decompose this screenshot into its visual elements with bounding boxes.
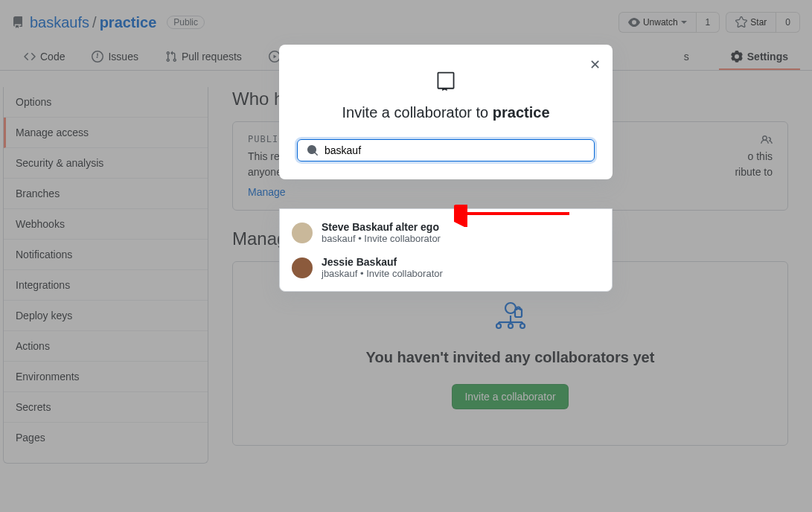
suggestion-detail: jbaskauf • Invite collaborator [322,268,443,279]
suggestion-name: Steve Baskauf alter ego [322,221,441,233]
close-button[interactable]: ✕ [589,57,601,73]
invite-modal: ✕ Invite a collaborator to practice [279,45,613,179]
search-suggestions: Steve Baskauf alter ego baskauf • Invite… [279,208,613,292]
suggestion-name: Jessie Baskauf [322,256,443,268]
collaborator-search-input[interactable] [325,144,585,156]
search-field-wrap[interactable] [297,139,595,161]
modal-title: Invite a collaborator to practice [297,104,595,121]
suggestion-item[interactable]: Steve Baskauf alter ego baskauf • Invite… [286,215,606,250]
avatar [292,257,313,278]
search-icon [307,144,319,156]
suggestion-item[interactable]: Jessie Baskauf jbaskauf • Invite collabo… [286,250,606,285]
suggestion-detail: baskauf • Invite collaborator [322,233,441,244]
repo-push-icon [436,70,455,92]
avatar [292,223,313,243]
svg-rect-9 [438,73,453,89]
